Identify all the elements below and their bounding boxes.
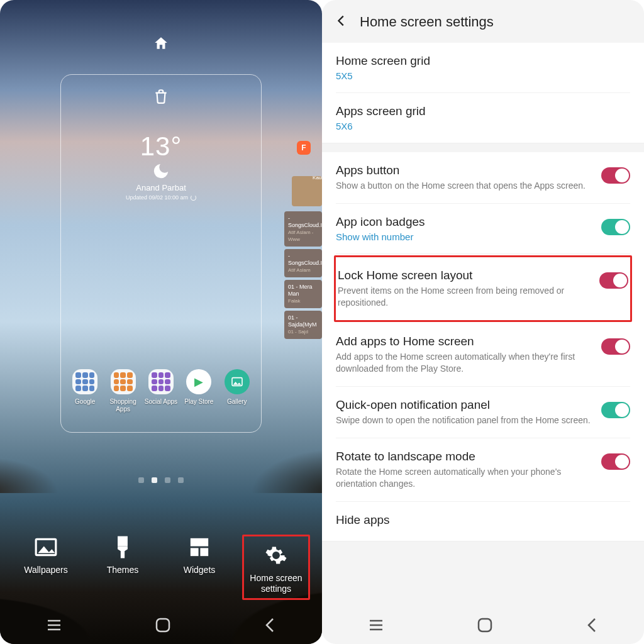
svg-rect-2 (118, 536, 128, 547)
widgets-icon (187, 535, 212, 560)
home-edit-screen: F Kaur - SongsCloud.IAtif Aslam - Www - … (0, 0, 322, 644)
folder-shopping[interactable]: Shopping Apps (105, 369, 142, 413)
home-button[interactable] (477, 617, 493, 636)
svg-rect-3 (191, 538, 208, 547)
svg-rect-5 (200, 548, 208, 556)
row-quick-open[interactable]: Quick-open notification panelSwipe down … (336, 387, 630, 438)
album-cover (292, 176, 322, 206)
page-title: Home screen settings (360, 14, 494, 30)
themes-button[interactable]: Themes (89, 535, 157, 600)
row-apps-button[interactable]: Apps buttonShow a button on the Home scr… (336, 152, 630, 204)
svg-rect-13 (479, 619, 491, 631)
home-screen-settings-button[interactable]: Home screen settings (242, 535, 310, 600)
row-home-grid[interactable]: Home screen grid5X5 (336, 43, 630, 93)
settings-group-grid: Home screen grid5X5 Apps screen grid5X6 (322, 43, 644, 143)
weather-location: Anand Parbat (136, 183, 186, 192)
toggle-rotate[interactable] (601, 453, 630, 470)
floating-app-icon[interactable]: F (297, 141, 311, 155)
row-lock-layout[interactable]: Lock Home screen layoutPrevent items on … (338, 257, 628, 320)
player-song-title: Kaur (313, 175, 322, 180)
weather-updated: Updated 09/02 10:00 am (126, 194, 188, 201)
nav-bar (322, 609, 644, 644)
settings-group-main: Apps buttonShow a button on the Home scr… (322, 152, 644, 541)
settings-screen: Home screen settings Home screen grid5X5… (322, 0, 644, 644)
row-rotate[interactable]: Rotate to landscape modeRotate the Home … (336, 438, 630, 502)
back-button[interactable] (586, 617, 598, 636)
app-play-store[interactable]: ▶Play Store (180, 369, 217, 413)
refresh-icon (191, 195, 196, 201)
gear-icon (264, 543, 289, 568)
row-icon-badges[interactable]: App icon badgesShow with number (336, 204, 630, 254)
wallpaper-icon (33, 535, 58, 560)
toggle-apps-button[interactable] (601, 167, 630, 184)
app-gallery[interactable]: Gallery (219, 369, 255, 413)
highlight-lock-layout: Lock Home screen layoutPrevent items on … (334, 255, 632, 322)
recents-button[interactable] (368, 619, 384, 634)
page-indicator[interactable] (0, 477, 322, 483)
toggle-add-apps[interactable] (601, 338, 630, 355)
widgets-button[interactable]: Widgets (165, 535, 233, 600)
weather-widget[interactable]: 13° Anand Parbat Updated 09/02 10:00 am (61, 131, 261, 201)
moon-icon (152, 162, 170, 180)
back-icon[interactable] (335, 14, 348, 30)
music-widget-peek[interactable]: Kaur (275, 176, 322, 206)
app-dock: Google Shopping Apps Social Apps ▶Play S… (61, 369, 261, 413)
toggle-icon-badges[interactable] (601, 219, 630, 235)
trash-icon[interactable] (153, 87, 169, 108)
nav-bar (0, 609, 322, 644)
toggle-quick-open[interactable] (601, 402, 630, 418)
row-hide-apps[interactable]: Hide apps (336, 502, 630, 541)
home-indicator-icon[interactable] (0, 35, 322, 52)
toggle-lock-layout[interactable] (599, 272, 628, 289)
list-item[interactable]: - SongsCloud.IAtif Aslam (284, 249, 322, 277)
list-item[interactable]: - SongsCloud.IAtif Aslam - Www (284, 211, 322, 247)
page-peek-left[interactable] (0, 126, 13, 409)
wallpapers-button[interactable]: Wallpapers (12, 535, 80, 600)
home-button[interactable] (155, 617, 171, 636)
home-page-preview[interactable]: 13° Anand Parbat Updated 09/02 10:00 am … (60, 74, 262, 433)
brush-icon (110, 535, 135, 560)
folder-social[interactable]: Social Apps (143, 369, 179, 413)
back-button[interactable] (264, 617, 276, 636)
row-add-apps[interactable]: Add apps to Home screenAdd apps to the H… (336, 323, 630, 387)
svg-rect-4 (191, 548, 199, 556)
svg-rect-9 (157, 619, 169, 631)
folder-google[interactable]: Google (67, 369, 103, 413)
list-item[interactable]: 01 - Mera ManFalak (284, 280, 322, 308)
settings-header: Home screen settings (322, 0, 644, 43)
list-item[interactable]: 01 - Sajda(MyM01 - Sajd (284, 311, 322, 339)
row-apps-grid[interactable]: Apps screen grid5X6 (336, 93, 630, 143)
page-peek-right[interactable]: - SongsCloud.IAtif Aslam - Www - SongsCl… (284, 211, 322, 341)
weather-temp: 13° (140, 131, 182, 162)
recents-button[interactable] (46, 619, 62, 634)
home-edit-toolbar: Wallpapers Themes Widgets Home screen se… (0, 535, 322, 600)
